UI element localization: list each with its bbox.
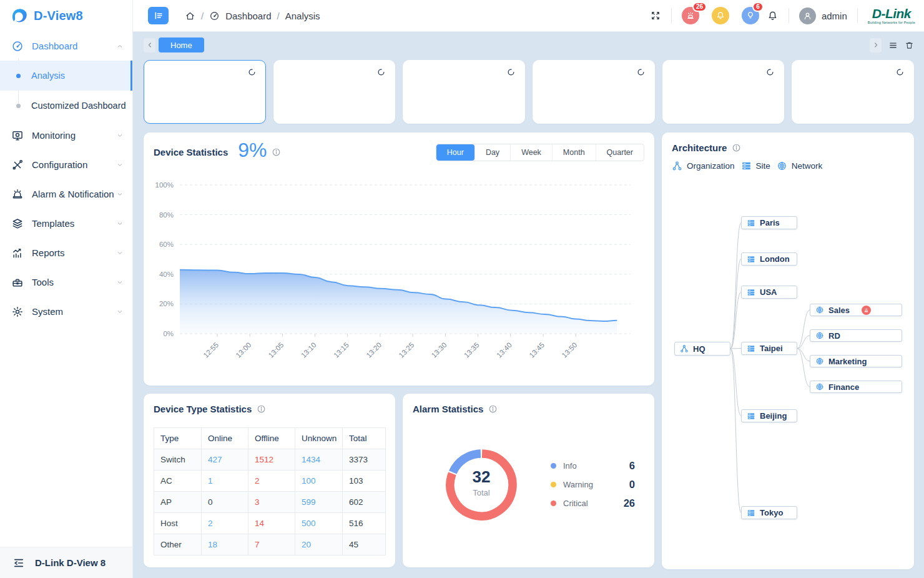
stat-card-switch[interactable]: [273, 60, 396, 124]
network-icon: [815, 357, 824, 366]
stat-card-overview[interactable]: [144, 60, 266, 124]
sidebar-item-reports[interactable]: Reports: [0, 238, 132, 267]
tab-home[interactable]: Home: [159, 37, 204, 52]
dlink-logo: D-Link Building Networks for People: [868, 7, 915, 25]
tree-node-paris[interactable]: Paris: [741, 216, 797, 229]
site-icon: [747, 219, 755, 227]
tree-node-usa[interactable]: USA: [741, 286, 797, 299]
tree-node-label: Marketing: [828, 357, 867, 366]
discovery-button[interactable]: 6: [742, 7, 759, 24]
sidebar-item-system[interactable]: System: [0, 297, 132, 326]
tab-menu-icon[interactable]: [888, 41, 898, 50]
bell-outline-icon[interactable]: [767, 10, 779, 22]
sidebar-toggle-button[interactable]: [148, 7, 169, 24]
network-icon: [815, 306, 824, 314]
refresh-icon[interactable]: [247, 67, 257, 77]
card-metric: [542, 85, 594, 89]
refresh-icon[interactable]: [376, 67, 386, 77]
user-avatar[interactable]: [799, 7, 816, 24]
sidebar-item-dashboard[interactable]: Dashboard: [0, 31, 132, 61]
chevron-down-icon: [116, 220, 124, 227]
tab-scroll-left-button[interactable]: [144, 38, 155, 52]
active-indicator: [130, 61, 132, 91]
svg-text:13:00: 13:00: [235, 341, 253, 359]
siren-icon: [863, 307, 869, 313]
stat-card-sflow[interactable]: [662, 60, 785, 124]
legend-dot: [551, 482, 556, 487]
svg-text:100%: 100%: [155, 181, 174, 189]
sidebar-item-analysis[interactable]: Analysis: [0, 61, 132, 91]
sidebar-item-label: Customized Dashboard: [31, 101, 126, 111]
bell-icon: [715, 11, 725, 21]
table-cell: 20: [295, 534, 343, 556]
sidebar: D-View8 Dashboard Analysis Customized Da…: [0, 0, 133, 578]
svg-text:80%: 80%: [159, 211, 174, 219]
tree-node-hq[interactable]: HQ: [674, 342, 730, 356]
sidebar-item-templates[interactable]: Templates: [0, 209, 132, 238]
notification-bell-button[interactable]: [712, 7, 729, 24]
stat-card-host[interactable]: [533, 60, 655, 124]
sidebar-item-label: Alarm & Notification: [32, 189, 114, 199]
svg-text:40%: 40%: [159, 271, 174, 278]
svg-text:13:25: 13:25: [398, 341, 416, 359]
chevron-down-icon: [116, 308, 124, 316]
sidebar-item-monitoring[interactable]: Monitoring: [0, 121, 132, 150]
table-cell: 103: [343, 471, 386, 492]
tree-node-beijing[interactable]: Beijing: [741, 409, 797, 422]
fullscreen-icon[interactable]: [650, 10, 661, 21]
table-row: Host214500516: [154, 513, 386, 534]
tree-node-london[interactable]: London: [741, 252, 797, 266]
site-icon: [747, 344, 755, 353]
tab-bar-actions: [870, 38, 914, 52]
tree-node-tokyo[interactable]: Tokyo: [741, 506, 797, 519]
bullet-dot: [16, 104, 21, 108]
sidebar-item-customized-dashboard[interactable]: Customized Dashboard: [0, 91, 132, 121]
chevron-down-icon: [116, 279, 124, 286]
table-cell: 1: [202, 471, 248, 492]
indent-list-icon: [154, 11, 164, 21]
alarm-statistics-panel: Alarm Statistics 32 Total Info6Warning0C…: [403, 394, 654, 567]
breadcrumb-separator: /: [201, 11, 204, 21]
alarm-icon: [11, 188, 24, 201]
monitoring-icon: [11, 129, 24, 142]
sidebar-collapse-button[interactable]: D-Link D-View 8: [0, 547, 132, 578]
device-type-statistics-title: Device Type Statistics: [154, 404, 252, 414]
card-metric: [205, 85, 257, 89]
tree-node-finance[interactable]: Finance: [810, 381, 902, 393]
tree-node-sales[interactable]: Sales: [810, 304, 902, 316]
table-cell: 3: [248, 492, 295, 513]
sidebar-item-tools[interactable]: Tools: [0, 267, 132, 297]
sidebar-item-alarm-notification[interactable]: Alarm & Notification: [0, 179, 132, 209]
node-alarm-badge: [862, 306, 871, 315]
svg-text:12:55: 12:55: [202, 341, 220, 359]
critical-alarm-button[interactable]: 26: [682, 7, 699, 24]
divider: [671, 8, 672, 23]
home-icon[interactable]: [185, 11, 195, 21]
breadcrumb-dashboard[interactable]: Dashboard: [225, 11, 271, 21]
sidebar-item-configuration[interactable]: Configuration: [0, 150, 132, 179]
table-cell: 599: [295, 492, 343, 513]
tree-node-taipei[interactable]: Taipei: [741, 342, 797, 355]
card-metric: [412, 85, 446, 89]
organization-icon: [680, 344, 689, 353]
trash-icon[interactable]: [905, 41, 914, 50]
refresh-icon[interactable]: [636, 67, 646, 77]
tree-node-rd[interactable]: RD: [810, 329, 902, 342]
column-header: Online: [202, 428, 248, 449]
stat-card-wireless[interactable]: [403, 60, 525, 124]
stat-card-poe[interactable]: [792, 60, 914, 124]
tree-node-label: RD: [828, 331, 840, 341]
dashboard-icon: [11, 40, 24, 52]
sidebar-item-label: System: [32, 306, 63, 317]
tree-node-marketing[interactable]: Marketing: [810, 355, 902, 367]
refresh-icon[interactable]: [895, 67, 905, 77]
refresh-icon[interactable]: [506, 67, 516, 77]
card-metric: [724, 85, 775, 89]
top-header: / Dashboard / Analysis 26 6: [133, 0, 924, 31]
tab-scroll-right-button[interactable]: [870, 38, 882, 52]
refresh-icon[interactable]: [765, 67, 775, 77]
table-cell: 2: [248, 471, 295, 492]
site-icon: [747, 255, 755, 264]
dlink-tagline: Building Networks for People: [868, 21, 915, 25]
username[interactable]: admin: [822, 11, 847, 21]
